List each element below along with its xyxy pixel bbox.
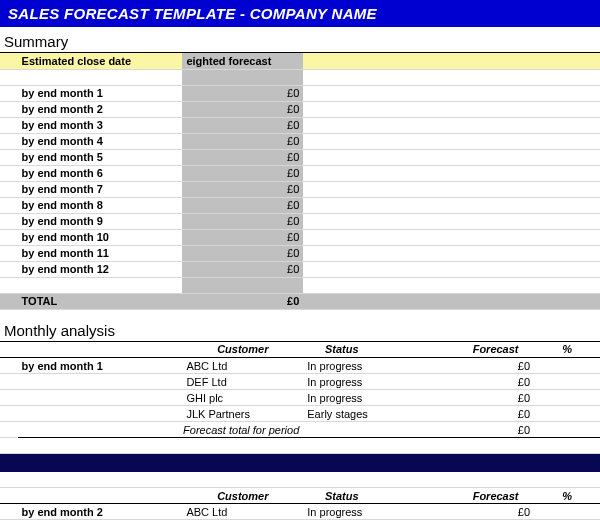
summary-row: by end month 5£0 (0, 149, 600, 165)
analysis-row: GHI plcIn progress£0 (0, 390, 600, 406)
month-label: by end month 3 (18, 117, 183, 133)
summary-row: by end month 9£0 (0, 213, 600, 229)
month-value: £0 (182, 261, 303, 277)
col-customer: Customer (182, 342, 303, 358)
month-label: by end month 1 (18, 85, 183, 101)
month-value: £0 (182, 85, 303, 101)
status-cell: In progress (303, 390, 380, 406)
month-label: by end month 4 (18, 133, 183, 149)
summary-row: by end month 12£0 (0, 261, 600, 277)
col-forecast: Forecast (457, 342, 534, 358)
analysis-table-1: Customer Status Forecast % by end month … (0, 342, 600, 521)
month-value: £0 (182, 181, 303, 197)
month-value: £0 (182, 149, 303, 165)
forecast-cell: £0 (457, 504, 534, 520)
status-cell: In progress (303, 504, 380, 520)
summary-heading: Summary (0, 27, 600, 53)
col-pct: % (534, 488, 600, 504)
status-cell: In progress (303, 358, 380, 374)
document-title: SALES FORECAST TEMPLATE - COMPANY NAME (0, 0, 600, 27)
summary-row: by end month 2£0 (0, 101, 600, 117)
month-label: by end month 7 (18, 181, 183, 197)
summary-row: by end month 1£0 (0, 85, 600, 101)
analysis-header-row: Customer Status Forecast % (0, 342, 600, 358)
period-total-row: Forecast total for period £0 (0, 422, 600, 438)
customer-cell: GHI plc (182, 390, 303, 406)
col-weighted-forecast: eighted forecast (182, 53, 303, 69)
col-status: Status (303, 488, 380, 504)
month-value: £0 (182, 117, 303, 133)
col-pct: % (534, 342, 600, 358)
summary-row: by end month 8£0 (0, 197, 600, 213)
month-value: £0 (182, 245, 303, 261)
month-value: £0 (182, 197, 303, 213)
summary-row: by end month 6£0 (0, 165, 600, 181)
col-close-date: Estimated close date (18, 53, 183, 69)
col-customer: Customer (182, 488, 303, 504)
summary-total-row: TOTAL £0 (0, 293, 600, 309)
month-value: £0 (182, 165, 303, 181)
customer-cell: DEF Ltd (182, 374, 303, 390)
month-value: £0 (182, 229, 303, 245)
summary-row: by end month 4£0 (0, 133, 600, 149)
month-label: by end month 6 (18, 165, 183, 181)
month-label: by end month 9 (18, 213, 183, 229)
month-label: by end month 5 (18, 149, 183, 165)
summary-row: by end month 11£0 (0, 245, 600, 261)
customer-cell: JLK Partners (182, 406, 303, 422)
month-value: £0 (182, 133, 303, 149)
status-cell: Early stages (303, 406, 380, 422)
summary-row: by end month 3£0 (0, 117, 600, 133)
month-value: £0 (182, 213, 303, 229)
month-label: by end month 11 (18, 245, 183, 261)
period-label: by end month 2 (18, 504, 183, 520)
col-forecast: Forecast (457, 488, 534, 504)
summary-table: Estimated close date eighted forecast by… (0, 53, 600, 310)
customer-cell: ABC Ltd (182, 504, 303, 520)
forecast-cell: £0 (457, 406, 534, 422)
total-label: TOTAL (18, 293, 183, 309)
period-label: by end month 1 (18, 358, 183, 374)
analysis-row: by end month 2ABC LtdIn progress£0 (0, 504, 600, 520)
status-cell: In progress (303, 374, 380, 390)
period-separator (0, 454, 600, 472)
analysis-row: DEF LtdIn progress£0 (0, 374, 600, 390)
forecast-cell: £0 (457, 374, 534, 390)
forecast-cell: £0 (457, 390, 534, 406)
month-value: £0 (182, 101, 303, 117)
month-label: by end month 8 (18, 197, 183, 213)
analysis-header-row: Customer Status Forecast % (0, 488, 600, 504)
total-value: £0 (182, 293, 303, 309)
month-label: by end month 12 (18, 261, 183, 277)
period-total-label: Forecast total for period (18, 422, 304, 438)
summary-row: by end month 7£0 (0, 181, 600, 197)
analysis-row: JLK PartnersEarly stages£0 (0, 406, 600, 422)
forecast-cell: £0 (457, 358, 534, 374)
summary-header-row: Estimated close date eighted forecast (0, 53, 600, 69)
period-total-value: £0 (457, 422, 534, 438)
analysis-heading: Monthly analysis (0, 316, 600, 342)
month-label: by end month 10 (18, 229, 183, 245)
analysis-row: by end month 1ABC LtdIn progress£0 (0, 358, 600, 374)
summary-row: by end month 10£0 (0, 229, 600, 245)
month-label: by end month 2 (18, 101, 183, 117)
customer-cell: ABC Ltd (182, 358, 303, 374)
col-status: Status (303, 342, 380, 358)
